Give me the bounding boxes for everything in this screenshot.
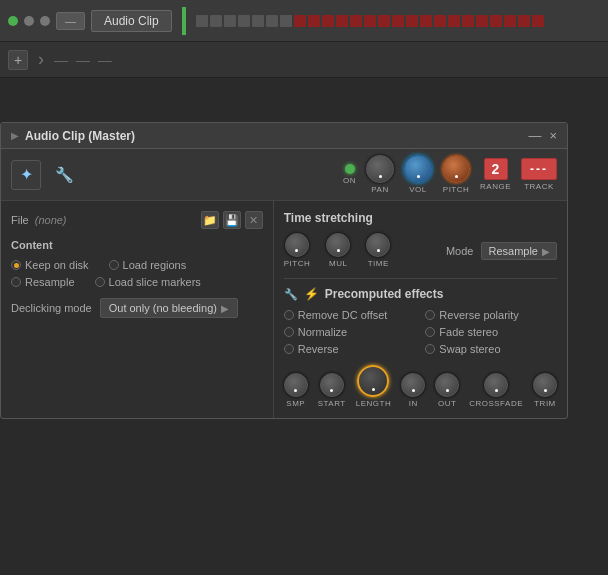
- close-button[interactable]: ×: [549, 128, 557, 143]
- vol-label: VOL: [409, 185, 427, 194]
- audio-clip-panel: ▶ Audio Clip (Master) — × ✦ 🔧: [0, 122, 568, 419]
- start-label: START: [318, 399, 346, 408]
- pitch-stretch-knob[interactable]: [285, 233, 309, 257]
- trim-knob-wrap: TRIM: [533, 373, 557, 408]
- radio-group: Keep on disk Load regions Resample: [11, 259, 263, 288]
- out-label: OUT: [438, 399, 456, 408]
- add-button[interactable]: +: [8, 50, 28, 70]
- radio-row-1: Keep on disk Load regions: [11, 259, 263, 271]
- length-knob-wrap: LENGTH: [356, 365, 391, 408]
- track-label: TracK: [524, 182, 554, 191]
- smp-knob[interactable]: [284, 373, 308, 397]
- trim-knob[interactable]: [533, 373, 557, 397]
- file-save-button[interactable]: 💾: [223, 211, 241, 229]
- stretching-title: Time stretching: [284, 211, 557, 225]
- on-led[interactable]: [345, 164, 355, 174]
- checkbox-fade-stereo[interactable]: Fade stereo: [425, 326, 557, 338]
- file-label: File: [11, 214, 29, 226]
- pattern-cell: [280, 15, 292, 27]
- mode-label: Mode: [446, 245, 474, 257]
- radio-dot-slice: [95, 277, 105, 287]
- dropdown-arrow-icon: ▶: [221, 303, 229, 314]
- toolbar-right: ON PAN VOL: [343, 155, 557, 194]
- declicking-dropdown[interactable]: Out only (no bleeding) ▶: [100, 298, 238, 318]
- in-label: IN: [409, 399, 418, 408]
- pan-knob[interactable]: [366, 155, 394, 183]
- start-knob[interactable]: [320, 373, 344, 397]
- second-row: + › — — —: [0, 42, 608, 78]
- checkbox-swap-stereo[interactable]: Swap stereo: [425, 343, 557, 355]
- length-knob[interactable]: [357, 365, 389, 397]
- separator-button[interactable]: —: [56, 12, 85, 30]
- collapse-arrow[interactable]: ▶: [11, 130, 19, 141]
- checkbox-reverse-polarity[interactable]: Reverse polarity: [425, 309, 557, 321]
- checkbox-dot-reverse: [284, 344, 294, 354]
- checkbox-dot-normalize: [284, 327, 294, 337]
- checkbox-remove-dc[interactable]: Remove DC offset: [284, 309, 416, 321]
- panel-title: Audio Clip (Master): [25, 129, 135, 143]
- minimize-button[interactable]: —: [528, 128, 541, 143]
- pitch-knob[interactable]: [442, 155, 470, 183]
- knob-dot: [377, 249, 380, 252]
- mode-select-dropdown[interactable]: Resample ▶: [481, 242, 557, 260]
- out-knob[interactable]: [435, 373, 459, 397]
- wrench-icon: 🔧: [55, 166, 74, 184]
- led-green: [8, 16, 18, 26]
- pattern-cell: [238, 15, 250, 27]
- file-open-button[interactable]: 📁: [201, 211, 219, 229]
- smp-label: SMP: [286, 399, 305, 408]
- checkbox-reverse[interactable]: Reverse: [284, 343, 416, 355]
- radio-label-resample: Resample: [25, 276, 75, 288]
- declicking-label: Declicking mode: [11, 302, 92, 314]
- knob-dot: [330, 389, 333, 392]
- knob-dot: [337, 249, 340, 252]
- effects-checkbox-grid: Remove DC offset Reverse polarity Normal…: [284, 309, 557, 355]
- wand-button[interactable]: ✦: [11, 160, 41, 190]
- range-number[interactable]: 2: [484, 158, 508, 180]
- crossfade-label: CROSSFADE: [469, 399, 523, 408]
- top-bar: — Audio Clip: [0, 0, 608, 42]
- vol-knob[interactable]: [404, 155, 432, 183]
- smp-knob-wrap: SMP: [284, 373, 308, 408]
- pitch-knob-dot: [455, 175, 458, 178]
- in-knob-wrap: IN: [401, 373, 425, 408]
- effects-section: 🔧 ⚡ Precomputed effects Remove DC offset…: [284, 278, 557, 408]
- mul-knob[interactable]: [326, 233, 350, 257]
- pitch-knob-wrap: PITCH: [442, 155, 470, 194]
- pattern-cell-lit: [462, 15, 474, 27]
- time-knob[interactable]: [366, 233, 390, 257]
- wrench-button[interactable]: 🔧: [49, 160, 79, 190]
- radio-keep-on-disk[interactable]: Keep on disk: [11, 259, 89, 271]
- file-name: (none): [35, 214, 67, 226]
- track-wrap: --- TracK: [521, 158, 557, 191]
- crossfade-knob[interactable]: [484, 373, 508, 397]
- pitch-label: PITCH: [443, 185, 470, 194]
- radio-resample[interactable]: Resample: [11, 276, 75, 288]
- bottom-knobs: SMP START: [284, 365, 557, 408]
- checkbox-label-reverse-polarity: Reverse polarity: [439, 309, 518, 321]
- radio-load-slice[interactable]: Load slice markers: [95, 276, 201, 288]
- radio-load-regions[interactable]: Load regions: [109, 259, 187, 271]
- audio-clip-button[interactable]: Audio Clip: [91, 10, 172, 32]
- pattern-cell: [266, 15, 278, 27]
- checkbox-label-swap-stereo: Swap stereo: [439, 343, 500, 355]
- crossfade-knob-wrap: CROSSFADE: [469, 373, 523, 408]
- in-knob[interactable]: [401, 373, 425, 397]
- effects-lightning-icon: ⚡: [304, 287, 319, 301]
- checkbox-dot-swap-stereo: [425, 344, 435, 354]
- declicking-row: Declicking mode Out only (no bleeding) ▶: [11, 298, 263, 318]
- effects-header: 🔧 ⚡ Precomputed effects: [284, 287, 557, 301]
- panel-toolbar: ✦ 🔧 ON PAN: [1, 149, 567, 201]
- checkbox-normalize[interactable]: Normalize: [284, 326, 416, 338]
- pattern-cell-lit: [490, 15, 502, 27]
- pattern-cell: [224, 15, 236, 27]
- track-box[interactable]: ---: [521, 158, 557, 180]
- pattern-cell-lit: [448, 15, 460, 27]
- led-gray-2: [40, 16, 50, 26]
- checkbox-dot-fade-stereo: [425, 327, 435, 337]
- mode-row: Mode Resample ▶: [446, 242, 557, 260]
- pattern-cell-lit: [378, 15, 390, 27]
- file-close-button[interactable]: ✕: [245, 211, 263, 229]
- knob-dot: [294, 389, 297, 392]
- pan-knob-wrap: PAN: [366, 155, 394, 194]
